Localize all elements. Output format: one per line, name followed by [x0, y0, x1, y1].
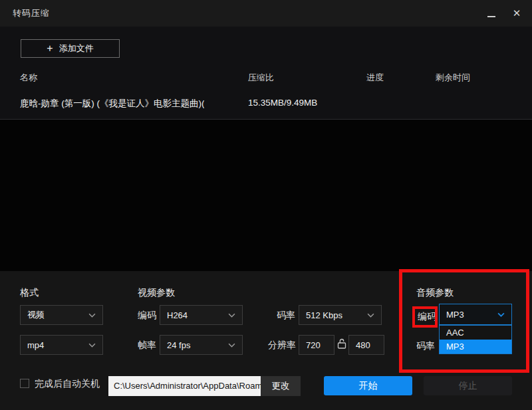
audio-section-title: 音频参数: [416, 287, 454, 299]
video-encode-label: 编码: [138, 310, 156, 322]
video-bitrate-label: 码率: [277, 310, 295, 322]
shutdown-checkbox[interactable]: [20, 379, 29, 388]
chevron-down-icon: [228, 313, 235, 318]
video-bitrate-select[interactable]: 512 Kbps: [299, 305, 382, 325]
window-title: 转码压缩: [13, 0, 50, 27]
file-list-area: [0, 120, 532, 271]
start-button[interactable]: 开始: [324, 376, 412, 395]
column-header-progress: 进度: [366, 72, 384, 84]
audio-encode-option-mp3[interactable]: MP3: [440, 340, 511, 354]
chevron-down-icon: [367, 313, 374, 318]
audio-encode-option-aac[interactable]: AAC: [440, 326, 511, 340]
add-file-label: 添加文件: [59, 43, 94, 54]
video-section-title: 视频参数: [138, 287, 175, 299]
stop-button: 停止: [424, 376, 512, 395]
close-icon: ✕: [513, 7, 521, 19]
format-type-value: 视频: [27, 309, 45, 321]
chevron-down-icon: [88, 343, 96, 348]
audio-encode-value: MP3: [446, 310, 464, 320]
chevron-down-icon: [88, 313, 96, 318]
chevron-down-icon: [497, 312, 505, 317]
change-path-button[interactable]: 更改: [261, 376, 301, 396]
video-encode-select[interactable]: H264: [160, 305, 243, 325]
column-header-name: 名称: [20, 72, 37, 84]
resolution-width-input[interactable]: 720: [299, 335, 334, 355]
close-button[interactable]: ✕: [507, 0, 527, 27]
video-bitrate-value: 512 Kbps: [306, 310, 342, 320]
format-container-value: mp4: [27, 340, 44, 350]
plus-icon: +: [47, 43, 53, 54]
minimize-button[interactable]: [481, 0, 501, 27]
minimize-icon: [487, 16, 495, 17]
video-fps-value: 24 fps: [167, 340, 190, 350]
output-path-input[interactable]: C:\Users\Administrator\AppData\Roaming: [108, 376, 261, 396]
add-file-button[interactable]: + 添加文件: [21, 39, 120, 58]
video-fps-label: 帧率: [138, 340, 156, 352]
video-fps-select[interactable]: 24 fps: [160, 335, 243, 355]
video-encode-value: H264: [167, 310, 188, 320]
column-header-remaining: 剩余时间: [436, 72, 470, 84]
audio-bitrate-label: 码率: [416, 340, 435, 352]
audio-encode-dropdown-list: AAC MP3: [439, 325, 512, 354]
file-row-name[interactable]: 鹿晗-勋章 (第一版) (《我是证人》电影主题曲)(: [20, 98, 204, 110]
video-resolution-label: 分辨率: [268, 340, 296, 352]
resolution-height-input[interactable]: 480: [348, 335, 384, 355]
unlock-icon[interactable]: [337, 338, 346, 350]
audio-encode-select[interactable]: MP3: [439, 304, 512, 325]
format-container-select[interactable]: mp4: [20, 335, 103, 355]
format-type-select[interactable]: 视频: [20, 305, 103, 325]
title-bar: 转码压缩 ✕: [0, 0, 532, 27]
file-row-ratio: 15.35MB/9.49MB: [248, 98, 317, 108]
audio-encode-label: 编码: [418, 311, 436, 323]
format-section-title: 格式: [20, 287, 39, 299]
transcode-window: 转码压缩 ✕ + 添加文件 名称 压缩比 进度 剩余时间 鹿晗-勋章 (第一版)…: [0, 0, 532, 410]
column-header-ratio: 压缩比: [248, 72, 274, 84]
chevron-down-icon: [228, 343, 235, 348]
shutdown-label: 完成后自动关机: [35, 378, 100, 390]
